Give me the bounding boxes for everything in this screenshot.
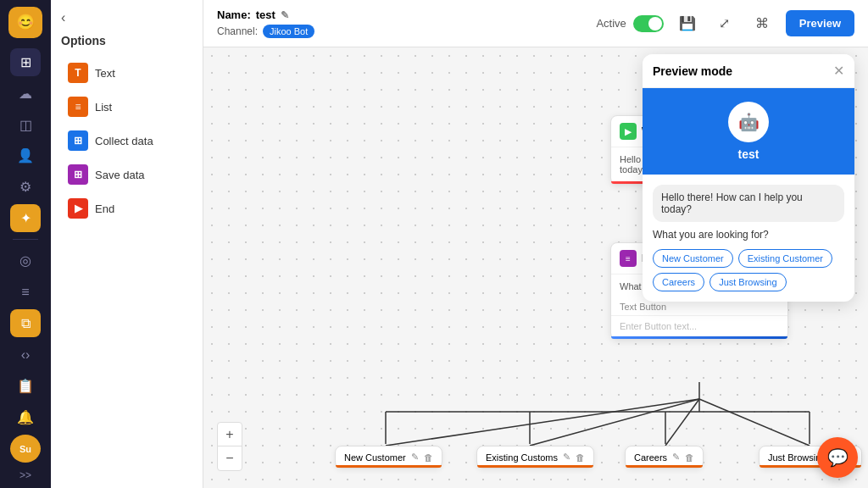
top-bar-left: Name: test ✎ Channel: Jikoo Bot: [217, 8, 314, 38]
list-icon: ≡: [68, 97, 88, 117]
option-end-label: End: [95, 202, 114, 215]
preview-btn-careers[interactable]: Careers: [653, 273, 704, 291]
nav-icon-book[interactable]: ≡: [10, 278, 41, 306]
nav-icon-grid[interactable]: ⊞: [10, 48, 41, 76]
careers-label: Careers: [634, 452, 667, 463]
chat-bubble-icon: 💬: [827, 447, 849, 468]
main-area: Name: test ✎ Channel: Jikoo Bot Active 💾…: [203, 0, 868, 488]
preview-close-button[interactable]: ✕: [833, 63, 844, 79]
top-bar: Name: test ✎ Channel: Jikoo Bot Active 💾…: [203, 0, 868, 47]
nav-icon-layout[interactable]: ◫: [10, 111, 41, 139]
option-collect-label: Collect data: [95, 135, 153, 147]
nav-icon-layers[interactable]: ⧉: [10, 309, 41, 337]
nav-icon-cloud[interactable]: ☁: [10, 80, 41, 108]
toggle-knob: [648, 17, 662, 30]
back-button[interactable]: ‹: [61, 10, 192, 25]
preview-btn-new-customer[interactable]: New Customer: [653, 249, 733, 268]
preview-bot-name: test: [656, 147, 841, 161]
save-toolbar-icon[interactable]: 💾: [674, 10, 701, 37]
nav-icon-connect[interactable]: ✦: [10, 204, 41, 232]
svg-line-2: [530, 399, 699, 446]
option-save-label: Save data: [95, 169, 145, 181]
active-switch[interactable]: [633, 15, 664, 32]
svg-line-3: [665, 399, 699, 446]
option-save[interactable]: ⊞ Save data: [61, 159, 192, 190]
top-bar-right: Active 💾 ⤢ ⌘ Preview: [596, 10, 854, 37]
careers-edit-icon[interactable]: ✎: [672, 452, 680, 463]
svg-line-1: [386, 399, 699, 446]
text-icon: T: [68, 63, 88, 83]
end-icon: ▶: [68, 198, 88, 219]
preview-buttons: New Customer Existing Customer Careers J…: [653, 249, 844, 291]
flow-name-row: Name: test ✎: [217, 8, 314, 21]
enter-button-placeholder: Enter Button text...: [611, 315, 787, 336]
nav-icon-code[interactable]: ‹›: [10, 341, 41, 369]
svg-line-4: [699, 399, 810, 446]
channel-label: Channel:: [217, 25, 258, 37]
options-panel: ‹ Options T Text ≡ List ⊞ Collect data ⊞…: [51, 0, 203, 488]
nav-icon-settings[interactable]: ⚙: [10, 173, 41, 201]
option-list-label: List: [95, 101, 112, 114]
canvas[interactable]: ✕ ▶ Welcome message Hello there! How can…: [203, 47, 868, 488]
nav-expand[interactable]: >>: [19, 469, 31, 481]
list-node-footer: [611, 336, 787, 339]
shortcut-toolbar-icon[interactable]: ⌘: [748, 10, 776, 37]
name-edit-icon[interactable]: ✎: [281, 9, 289, 21]
nav-icon-scan[interactable]: ◎: [10, 247, 41, 274]
welcome-icon: ▶: [620, 123, 637, 140]
preview-panel-header: Preview mode ✕: [643, 54, 854, 88]
preview-bot-avatar: 🤖: [728, 102, 769, 142]
zoom-out-button[interactable]: −: [218, 446, 242, 470]
preview-title: Preview mode: [653, 64, 732, 78]
option-end[interactable]: ▶ End: [61, 193, 192, 224]
existing-label: Existing Customs: [486, 452, 558, 463]
list-node-icon: ≡: [620, 250, 637, 267]
option-text[interactable]: T Text: [61, 58, 192, 88]
save-icon: ⊞: [68, 164, 88, 185]
option-list[interactable]: ≡ List: [61, 92, 192, 122]
careers-node[interactable]: Careers ✎ 🗑: [625, 446, 704, 469]
new-customer-edit-icon[interactable]: ✎: [411, 452, 419, 463]
name-value: test: [256, 8, 275, 21]
active-label: Active: [596, 17, 626, 30]
options-title: Options: [61, 34, 192, 47]
preview-greeting-msg: Hello there! How can I help you today?: [653, 185, 844, 222]
name-label: Name:: [217, 8, 251, 21]
channel-badge: Jikoo Bot: [263, 25, 314, 38]
preview-button[interactable]: Preview: [786, 10, 854, 36]
existing-customer-node[interactable]: Existing Customs ✎ 🗑: [476, 446, 594, 469]
chat-bubble[interactable]: 💬: [817, 437, 858, 478]
nav-divider: [13, 239, 38, 240]
preview-panel: Preview mode ✕ 🤖 test Hello there! How c…: [643, 54, 854, 302]
new-customer-node[interactable]: New Customer ✎ 🗑: [335, 446, 442, 469]
nav-icon-clipboard[interactable]: 📋: [10, 372, 41, 400]
option-text-label: Text: [95, 67, 115, 80]
preview-messages: Hello there! How can I help you today? W…: [643, 175, 854, 302]
channel-row: Channel: Jikoo Bot: [217, 25, 314, 38]
preview-question: What you are looking for?: [653, 229, 844, 241]
zoom-controls: + −: [217, 422, 242, 471]
new-customer-delete-icon[interactable]: 🗑: [424, 452, 433, 463]
new-customer-label: New Customer: [344, 452, 406, 463]
existing-delete-icon[interactable]: 🗑: [576, 452, 585, 463]
app-logo: 😊: [8, 7, 42, 38]
preview-btn-existing[interactable]: Existing Customer: [738, 249, 832, 268]
preview-bot-header: 🤖 test: [643, 88, 854, 175]
zoom-in-button[interactable]: +: [218, 423, 242, 446]
existing-edit-icon[interactable]: ✎: [563, 452, 570, 463]
option-collect[interactable]: ⊞ Collect data: [61, 125, 192, 156]
user-avatar[interactable]: Su: [10, 435, 41, 463]
expand-toolbar-icon[interactable]: ⤢: [711, 10, 738, 37]
careers-delete-icon[interactable]: 🗑: [685, 452, 694, 463]
nav-icon-bell[interactable]: 🔔: [10, 403, 41, 431]
preview-btn-browsing[interactable]: Just Browsing: [709, 273, 786, 291]
nav-icon-person[interactable]: 👤: [10, 141, 41, 169]
bot-avatar-icon: 🤖: [738, 112, 760, 132]
left-nav: 😊 ⊞ ☁ ◫ 👤 ⚙ ✦ ◎ ≡ ⧉ ‹› 📋 🔔 Su >>: [0, 0, 51, 488]
active-toggle: Active: [596, 15, 663, 32]
collect-icon: ⊞: [68, 130, 88, 151]
